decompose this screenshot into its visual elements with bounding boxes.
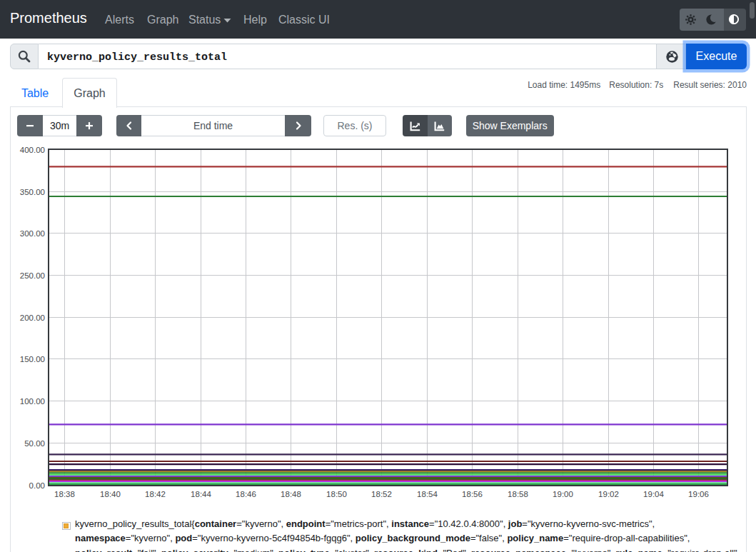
svg-text:18:52: 18:52 bbox=[371, 490, 392, 498]
svg-text:400.00: 400.00 bbox=[20, 146, 45, 154]
svg-text:18:42: 18:42 bbox=[145, 490, 166, 498]
svg-text:18:56: 18:56 bbox=[462, 490, 483, 498]
svg-text:150.00: 150.00 bbox=[20, 355, 45, 363]
svg-text:18:48: 18:48 bbox=[281, 490, 301, 498]
svg-text:18:50: 18:50 bbox=[326, 490, 347, 498]
svg-text:18:54: 18:54 bbox=[417, 490, 438, 498]
svg-text:18:46: 18:46 bbox=[236, 490, 256, 498]
svg-text:100.00: 100.00 bbox=[20, 397, 45, 406]
svg-text:200.00: 200.00 bbox=[20, 313, 45, 322]
svg-text:19:04: 19:04 bbox=[643, 490, 664, 498]
svg-text:350.00: 350.00 bbox=[20, 188, 45, 196]
svg-text:19:06: 19:06 bbox=[688, 490, 709, 498]
svg-text:18:44: 18:44 bbox=[191, 490, 211, 498]
svg-text:18:40: 18:40 bbox=[100, 490, 121, 498]
svg-text:250.00: 250.00 bbox=[20, 271, 45, 280]
svg-text:18:58: 18:58 bbox=[508, 490, 528, 498]
svg-text:18:38: 18:38 bbox=[54, 490, 75, 498]
svg-text:0.00: 0.00 bbox=[29, 481, 45, 490]
svg-text:50.00: 50.00 bbox=[24, 439, 45, 448]
svg-text:19:00: 19:00 bbox=[553, 490, 573, 498]
svg-text:300.00: 300.00 bbox=[20, 229, 45, 238]
svg-text:19:02: 19:02 bbox=[598, 490, 619, 498]
